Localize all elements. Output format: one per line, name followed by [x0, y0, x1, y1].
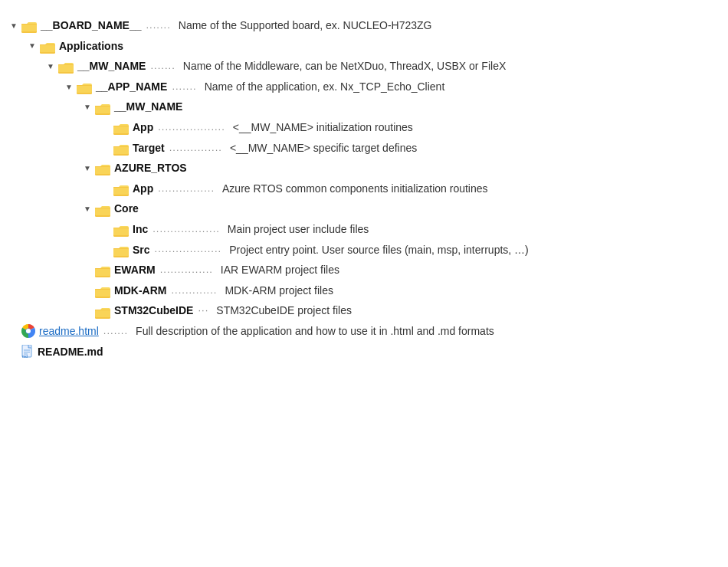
tree-row-readme-html: readme.html.......Full description of th…	[8, 321, 720, 342]
item-description: Project entry point. User source files (…	[229, 240, 529, 261]
svg-rect-51	[95, 269, 110, 276]
item-description: Name of the application, ex. Nx_TCP_Echo…	[205, 77, 445, 97]
tree-row-board-name: ▼ __BOARD_NAME__.......Name of the Suppo…	[8, 15, 720, 36]
svg-rect-27	[113, 147, 129, 154]
item-name: Src	[133, 240, 150, 261]
dots-separator: ................	[158, 179, 215, 198]
svg-rect-55	[95, 290, 110, 297]
svg-rect-23	[113, 126, 129, 133]
tree-row-ewarm: EWARM...............IAR EWARM project fi…	[8, 260, 720, 280]
svg-point-63	[26, 329, 31, 333]
svg-rect-35	[113, 188, 129, 195]
item-name: STM32CubeIDE	[114, 300, 193, 321]
item-name: README.md	[38, 342, 103, 362]
item-description: IAR EWARM project files	[221, 260, 339, 280]
tree-row-mdk-arm: MDK-ARM.............MDK-ARM project file…	[8, 280, 720, 301]
item-name: __BOARD_NAME__	[41, 15, 141, 36]
tree-row-stm32cubeide: STM32CubeIDE···STM32CubeIDE project file…	[8, 300, 720, 321]
dots-separator: .......	[172, 77, 196, 97]
item-description: Name of the Middleware, can be NetXDuo, …	[183, 56, 507, 77]
folder-icon	[113, 121, 129, 133]
svg-rect-43	[113, 228, 129, 235]
item-name: AZURE_RTOS	[114, 158, 187, 179]
svg-rect-11	[58, 65, 74, 72]
dots-separator: .............	[171, 281, 217, 300]
item-description: MDK-ARM project files	[225, 280, 333, 301]
item-name: __MW_NAME	[114, 97, 182, 117]
svg-rect-19	[95, 107, 110, 113]
svg-rect-47	[113, 249, 129, 256]
item-name: Target	[133, 138, 165, 159]
item-description: <__MW_NAME> initialization routines	[233, 117, 413, 138]
folder-icon	[113, 244, 129, 256]
tree-row-app-azure: App................Azure RTOS common com…	[8, 179, 720, 199]
tree-row-mw-name-2: ▼ __MW_NAME	[8, 97, 720, 117]
chevron-icon[interactable]: ▼	[8, 18, 20, 33]
dots-separator: ...................	[152, 220, 220, 239]
item-name: Inc	[133, 219, 148, 240]
folder-icon	[95, 162, 110, 174]
folder-icon	[95, 101, 110, 113]
folder-icon	[40, 40, 55, 52]
tree-row-app-name: ▼ __APP_NAME.......Name of the applicati…	[8, 77, 720, 97]
file-tree: ▼ __BOARD_NAME__.......Name of the Suppo…	[8, 15, 720, 362]
tree-row-app-folder: App...................<__MW_NAME> initia…	[8, 117, 720, 138]
folder-icon	[113, 223, 129, 235]
svg-rect-31	[95, 167, 110, 174]
item-description: Azure RTOS common components initializat…	[222, 179, 488, 199]
dots-separator: ···	[198, 301, 208, 320]
chevron-icon[interactable]: ▼	[26, 38, 38, 53]
dots-separator: .......	[103, 322, 128, 341]
dots-separator: ...................	[155, 240, 222, 259]
chevron-icon[interactable]: ▼	[81, 202, 93, 216]
chevron-icon[interactable]: ▼	[63, 80, 75, 94]
dots-separator: .......	[150, 57, 175, 76]
svg-rect-15	[77, 86, 92, 93]
folder-icon	[95, 284, 110, 297]
file-icon: md	[21, 345, 34, 359]
chevron-icon[interactable]: ▼	[81, 161, 93, 175]
dots-separator: ...............	[160, 261, 213, 280]
item-description: Full description of the application and …	[136, 321, 494, 342]
folder-icon	[95, 305, 110, 317]
folder-icon	[21, 19, 37, 31]
tree-row-src: Src...................Project entry poin…	[8, 240, 720, 261]
item-name: __MW_NAME	[77, 56, 146, 77]
dots-separator: ...................	[158, 118, 225, 137]
folder-icon	[95, 264, 110, 276]
tree-row-mw-name-1: ▼ __MW_NAME.......Name of the Middleware…	[8, 56, 720, 77]
tree-row-core: ▼ Core	[8, 198, 720, 219]
item-name: Applications	[59, 36, 123, 57]
item-name: App	[133, 117, 153, 138]
item-name: Core	[114, 198, 139, 219]
tree-row-azure-rtos: ▼ AZURE_RTOS	[8, 158, 720, 179]
dots-separator: .......	[146, 16, 170, 35]
svg-rect-39	[95, 208, 110, 215]
chevron-icon[interactable]: ▼	[44, 59, 57, 74]
item-description: Main project user include files	[228, 219, 369, 240]
folder-icon	[113, 142, 129, 154]
item-description: <__MW_NAME> specific target defines	[230, 138, 417, 159]
tree-row-inc: Inc...................Main project user …	[8, 219, 720, 240]
item-name: EWARM	[114, 260, 156, 280]
svg-rect-7	[40, 45, 55, 52]
chevron-icon[interactable]: ▼	[81, 100, 93, 114]
item-description: Name of the Supported board, ex. NUCLEO-…	[179, 15, 432, 36]
dots-separator: ...............	[169, 139, 222, 158]
tree-row-readme-md: md README.md	[8, 342, 720, 362]
tree-row-target-folder: Target...............<__MW_NAME> specifi…	[8, 138, 720, 159]
tree-row-applications: ▼ Applications	[8, 36, 720, 57]
item-name: MDK-ARM	[114, 280, 166, 301]
svg-rect-59	[95, 310, 110, 317]
folder-icon	[95, 203, 110, 215]
svg-text:md: md	[22, 354, 28, 359]
folder-icon	[58, 60, 74, 72]
svg-rect-3	[21, 25, 37, 31]
item-name: __APP_NAME	[96, 77, 167, 97]
folder-icon	[77, 80, 92, 93]
chrome-icon	[21, 324, 35, 338]
folder-icon	[113, 182, 129, 195]
item-name: App	[133, 179, 153, 199]
item-name[interactable]: readme.html	[39, 321, 99, 342]
item-description: STM32CubeIDE project files	[216, 300, 352, 321]
